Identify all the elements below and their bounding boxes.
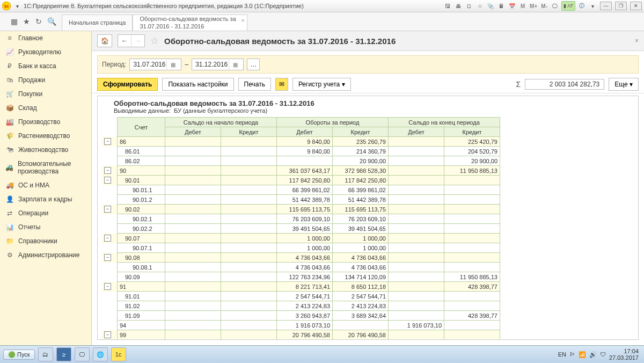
dropdown-icon[interactable]: ▾: [13, 2, 21, 10]
table-row[interactable]: 90.02.176 203 609,1076 203 609,10: [102, 214, 500, 224]
sidebar-item[interactable]: 🛒Покупки: [0, 87, 91, 101]
tb-cal-icon[interactable]: 📅: [508, 2, 516, 10]
tb-drop-icon[interactable]: ▾: [588, 2, 597, 10]
report-body[interactable]: Оборотно-сальдовая ведомость за 31.07.20…: [97, 96, 639, 340]
sidebar-item[interactable]: 📁Справочники: [0, 234, 91, 248]
tb-mminus-icon[interactable]: M-: [540, 2, 548, 10]
table-row[interactable]: 90.08.14 736 043,664 736 043,66: [102, 263, 500, 272]
taskbar-app-3[interactable]: 🖵: [75, 347, 90, 361]
sidebar-item[interactable]: ⇄Операции: [0, 206, 91, 220]
sidebar-item[interactable]: 📊Отчеты: [0, 220, 91, 234]
tb-m-icon[interactable]: M: [518, 2, 527, 10]
tray-net-icon[interactable]: 📶: [579, 351, 586, 358]
tray-flag-icon[interactable]: 🏳: [569, 351, 575, 358]
table-row[interactable]: −90.01117 842 250,80117 842 250,80: [102, 176, 500, 185]
table-row[interactable]: −90361 037 643,17372 988 528,3011 950 88…: [102, 166, 500, 176]
sidebar-item[interactable]: 🚜Вспомогательные производства: [0, 157, 91, 178]
table-row[interactable]: 86.0220 900,0020 900,00: [102, 156, 500, 166]
table-row[interactable]: 941 916 073,101 916 073,10: [102, 321, 500, 330]
register-button[interactable]: Регистр учета ▾: [292, 78, 351, 91]
period-from-input[interactable]: 31.07.2016▦: [129, 59, 181, 70]
table-row[interactable]: −90.02115 695 113,75115 695 113,75: [102, 205, 500, 214]
tb-print-icon[interactable]: 🖶: [454, 2, 463, 10]
taskbar-chrome[interactable]: 🌐: [93, 347, 108, 361]
apps-icon[interactable]: ▦: [11, 17, 18, 26]
tray-clock[interactable]: 17:0427.03.2017: [609, 348, 641, 361]
fav-icon[interactable]: ★: [23, 17, 30, 26]
tb-screen-icon[interactable]: 🖵: [551, 2, 559, 10]
sidebar-item[interactable]: 📈Руководителю: [0, 45, 91, 59]
tree-toggle-icon[interactable]: −: [104, 283, 111, 290]
more-button[interactable]: Еще ▾: [609, 78, 639, 91]
tb-info-icon[interactable]: ⓘ: [577, 2, 586, 10]
table-row[interactable]: 90.02.239 491 504,6539 491 504,65: [102, 224, 500, 234]
table-row[interactable]: −90.084 736 043,664 736 043,66: [102, 253, 500, 263]
sidebar-item[interactable]: 🏭Производство: [0, 115, 91, 129]
calendar-icon[interactable]: ▦: [229, 60, 241, 69]
table-row[interactable]: 90.01.251 442 389,7851 442 389,78: [102, 195, 500, 205]
tab-start-page[interactable]: Начальная страница: [62, 14, 133, 31]
tree-toggle-icon[interactable]: −: [104, 235, 111, 242]
table-row[interactable]: 90.07.11 000,001 000,00: [102, 243, 500, 253]
table-row[interactable]: 90.01.166 399 861,0266 399 861,02: [102, 185, 500, 195]
favorite-star-icon[interactable]: ☆: [150, 35, 159, 47]
home-button[interactable]: 🏠: [97, 34, 112, 47]
tb-at-badge[interactable]: ▮ AT: [561, 1, 575, 11]
sidebar-item[interactable]: ≡Главное: [0, 31, 91, 45]
taskbar-1c[interactable]: 1c: [111, 347, 126, 361]
sidebar-item[interactable]: 🐄Животноводство: [0, 143, 91, 157]
tree-toggle-icon[interactable]: −: [104, 138, 111, 145]
tray-vol-icon[interactable]: 🔊: [589, 351, 597, 358]
tab-close-icon[interactable]: ×: [241, 17, 244, 24]
start-button[interactable]: 🟢 Пуск: [3, 350, 35, 360]
taskbar-app-1[interactable]: 🗂: [38, 347, 53, 361]
restore-button[interactable]: ❐: [615, 2, 627, 10]
tb-doc-icon[interactable]: 🗋: [465, 2, 473, 10]
calendar-icon[interactable]: ▦: [166, 60, 179, 69]
tb-star-icon[interactable]: ☆: [475, 2, 484, 10]
table-row[interactable]: −9920 796 490,5820 796 490,58: [102, 330, 500, 340]
tb-clip-icon[interactable]: 📎: [486, 2, 495, 10]
tray-lang[interactable]: EN: [558, 351, 566, 358]
table-row[interactable]: 91.012 547 544,712 547 544,71: [102, 292, 500, 301]
settings-button[interactable]: Показать настройки: [162, 78, 233, 91]
table-row[interactable]: −90.071 000,001 000,00: [102, 234, 500, 243]
table-row[interactable]: −99.0119 654 692,6519 654 692,65: [102, 340, 500, 340]
sidebar-item[interactable]: 🌾Растениеводство: [0, 129, 91, 143]
sidebar-item[interactable]: ⚙Администрирование: [0, 248, 91, 262]
tb-mplus-icon[interactable]: M+: [529, 2, 538, 10]
taskbar-app-2[interactable]: ≥: [56, 347, 71, 361]
table-row[interactable]: 86.019 840,00214 360,79204 520,79: [102, 147, 500, 156]
tb-calc-icon[interactable]: 🖩: [497, 2, 506, 10]
tb-save-icon[interactable]: 🖫: [443, 2, 452, 10]
sidebar-item[interactable]: 📦Склад: [0, 101, 91, 115]
tree-toggle-icon[interactable]: −: [104, 254, 111, 261]
table-row[interactable]: 90.09122 763 234,96134 714 120,0911 950 …: [102, 272, 500, 282]
tree-toggle-icon[interactable]: −: [104, 331, 111, 338]
tray-shield-icon[interactable]: 🛡: [600, 351, 606, 358]
tab-report[interactable]: Оборотно-сальдовая ведомость за31.07.201…: [133, 14, 247, 31]
sidebar-item[interactable]: 👤Зарплата и кадры: [0, 192, 91, 206]
form-button[interactable]: Сформировать: [97, 78, 158, 91]
tree-toggle-icon[interactable]: −: [104, 206, 111, 213]
period-more-button[interactable]: …: [247, 59, 260, 70]
table-row[interactable]: −869 840,00235 260,79225 420,79: [102, 137, 500, 147]
table-row[interactable]: 91.022 413 224,832 413 224,83: [102, 301, 500, 311]
sidebar-item[interactable]: 🛍Продажи: [0, 73, 91, 87]
print-button[interactable]: Печать: [238, 78, 271, 91]
forward-button[interactable]: →: [131, 35, 144, 47]
back-button[interactable]: ←: [118, 35, 131, 47]
tree-toggle-icon[interactable]: −: [104, 167, 111, 174]
table-row[interactable]: −918 221 713,418 650 112,18428 398,77: [102, 282, 500, 292]
sidebar-item[interactable]: ₽Банк и касса: [0, 59, 91, 73]
table-row[interactable]: 91.093 260 943,873 689 342,64428 398,77: [102, 311, 500, 321]
tree-toggle-icon[interactable]: −: [104, 177, 111, 184]
minimize-button[interactable]: —: [600, 2, 612, 10]
history-icon[interactable]: ↻: [35, 17, 42, 26]
mail-button[interactable]: ✉: [275, 78, 288, 91]
report-close-icon[interactable]: ×: [635, 37, 639, 45]
period-to-input[interactable]: 31.12.2016▦: [192, 59, 244, 70]
search-icon[interactable]: 🔍: [47, 17, 56, 26]
sidebar-item[interactable]: 🚚ОС и НМА: [0, 178, 91, 192]
close-button[interactable]: ✕: [630, 2, 642, 10]
